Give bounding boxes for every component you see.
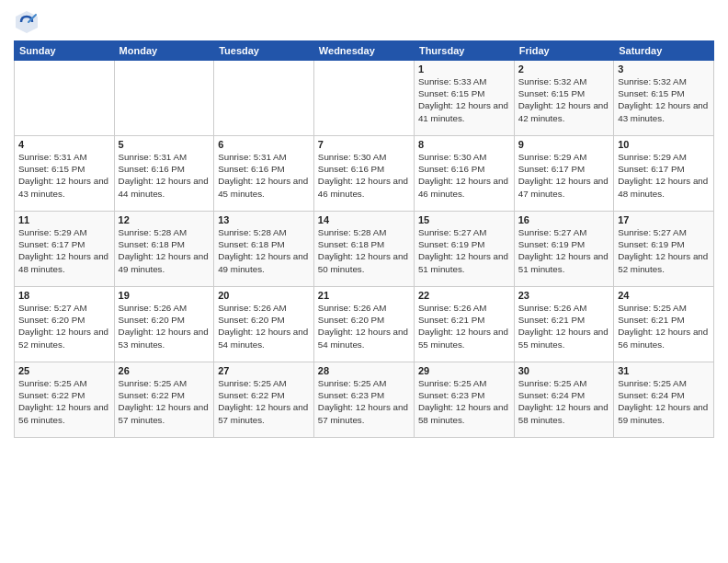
calendar-cell: 18Sunrise: 5:27 AMSunset: 6:20 PMDayligh… — [15, 287, 115, 362]
day-number: 19 — [119, 290, 210, 301]
day-number: 11 — [18, 214, 110, 225]
calendar-cell: 13Sunrise: 5:28 AMSunset: 6:18 PMDayligh… — [214, 212, 314, 287]
calendar-cell: 23Sunrise: 5:26 AMSunset: 6:21 PMDayligh… — [514, 287, 613, 362]
day-detail: Sunrise: 5:25 AMSunset: 6:23 PMDaylight:… — [418, 377, 510, 426]
day-number: 2 — [518, 63, 609, 75]
day-number: 16 — [518, 214, 609, 225]
day-detail: Sunrise: 5:30 AMSunset: 6:16 PMDaylight:… — [418, 151, 510, 200]
calendar-cell: 31Sunrise: 5:25 AMSunset: 6:24 PMDayligh… — [614, 362, 714, 438]
col-header-sunday: Sunday — [15, 41, 115, 61]
day-detail: Sunrise: 5:26 AMSunset: 6:21 PMDaylight:… — [518, 302, 609, 350]
day-detail: Sunrise: 5:25 AMSunset: 6:24 PMDaylight:… — [618, 377, 710, 426]
calendar-cell: 4Sunrise: 5:31 AMSunset: 6:15 PMDaylight… — [15, 136, 115, 212]
day-detail: Sunrise: 5:25 AMSunset: 6:24 PMDaylight:… — [518, 377, 609, 426]
day-number: 27 — [218, 365, 310, 376]
day-number: 4 — [18, 139, 110, 150]
day-detail: Sunrise: 5:26 AMSunset: 6:20 PMDaylight:… — [119, 302, 210, 350]
calendar-cell: 14Sunrise: 5:28 AMSunset: 6:18 PMDayligh… — [313, 212, 414, 287]
day-number: 25 — [18, 365, 110, 376]
col-header-thursday: Thursday — [414, 41, 514, 61]
day-detail: Sunrise: 5:25 AMSunset: 6:22 PMDaylight:… — [119, 377, 210, 426]
calendar-week-5: 25Sunrise: 5:25 AMSunset: 6:22 PMDayligh… — [15, 362, 714, 438]
calendar-cell: 25Sunrise: 5:25 AMSunset: 6:22 PMDayligh… — [15, 362, 115, 438]
day-detail: Sunrise: 5:28 AMSunset: 6:18 PMDaylight:… — [218, 226, 310, 275]
header — [14, 9, 714, 35]
calendar-cell: 29Sunrise: 5:25 AMSunset: 6:23 PMDayligh… — [414, 362, 514, 438]
day-number: 1 — [418, 63, 510, 75]
col-header-saturday: Saturday — [614, 41, 714, 61]
day-number: 29 — [418, 365, 510, 376]
logo-icon — [14, 9, 40, 35]
col-header-wednesday: Wednesday — [313, 41, 414, 61]
calendar-week-4: 18Sunrise: 5:27 AMSunset: 6:20 PMDayligh… — [15, 287, 714, 362]
day-detail: Sunrise: 5:27 AMSunset: 6:19 PMDaylight:… — [418, 226, 510, 275]
day-number: 17 — [618, 214, 710, 225]
day-number: 13 — [218, 214, 310, 225]
calendar-cell: 10Sunrise: 5:29 AMSunset: 6:17 PMDayligh… — [614, 136, 714, 212]
calendar-cell — [114, 61, 214, 136]
day-number: 14 — [318, 214, 410, 225]
day-number: 20 — [218, 290, 310, 301]
col-header-tuesday: Tuesday — [214, 41, 314, 61]
day-detail: Sunrise: 5:25 AMSunset: 6:23 PMDaylight:… — [318, 377, 410, 426]
day-number: 23 — [518, 290, 609, 301]
day-number: 3 — [618, 63, 710, 75]
calendar-header-row: SundayMondayTuesdayWednesdayThursdayFrid… — [15, 41, 714, 61]
calendar-cell: 30Sunrise: 5:25 AMSunset: 6:24 PMDayligh… — [514, 362, 613, 438]
day-detail: Sunrise: 5:27 AMSunset: 6:20 PMDaylight:… — [18, 302, 110, 350]
day-detail: Sunrise: 5:27 AMSunset: 6:19 PMDaylight:… — [618, 226, 710, 275]
day-detail: Sunrise: 5:32 AMSunset: 6:15 PMDaylight:… — [518, 75, 609, 124]
day-detail: Sunrise: 5:29 AMSunset: 6:17 PMDaylight:… — [618, 151, 710, 200]
svg-marker-0 — [16, 11, 38, 33]
day-number: 18 — [18, 290, 110, 301]
calendar-cell: 21Sunrise: 5:26 AMSunset: 6:20 PMDayligh… — [313, 287, 414, 362]
day-detail: Sunrise: 5:26 AMSunset: 6:20 PMDaylight:… — [318, 302, 410, 350]
calendar-cell: 20Sunrise: 5:26 AMSunset: 6:20 PMDayligh… — [214, 287, 314, 362]
day-number: 30 — [518, 365, 609, 376]
day-number: 10 — [618, 139, 710, 150]
day-detail: Sunrise: 5:28 AMSunset: 6:18 PMDaylight:… — [318, 226, 410, 275]
day-detail: Sunrise: 5:26 AMSunset: 6:20 PMDaylight:… — [218, 302, 310, 350]
day-detail: Sunrise: 5:33 AMSunset: 6:15 PMDaylight:… — [418, 75, 510, 124]
calendar-cell: 3Sunrise: 5:32 AMSunset: 6:15 PMDaylight… — [614, 61, 714, 136]
day-detail: Sunrise: 5:25 AMSunset: 6:21 PMDaylight:… — [618, 302, 710, 350]
calendar-week-2: 4Sunrise: 5:31 AMSunset: 6:15 PMDaylight… — [15, 136, 714, 212]
day-detail: Sunrise: 5:25 AMSunset: 6:22 PMDaylight:… — [18, 377, 110, 426]
calendar-cell — [313, 61, 414, 136]
day-number: 28 — [318, 365, 410, 376]
page: SundayMondayTuesdayWednesdayThursdayFrid… — [0, 0, 728, 563]
day-detail: Sunrise: 5:29 AMSunset: 6:17 PMDaylight:… — [18, 226, 110, 275]
day-number: 5 — [119, 139, 210, 150]
calendar-week-3: 11Sunrise: 5:29 AMSunset: 6:17 PMDayligh… — [15, 212, 714, 287]
calendar-cell: 11Sunrise: 5:29 AMSunset: 6:17 PMDayligh… — [15, 212, 115, 287]
calendar-cell: 28Sunrise: 5:25 AMSunset: 6:23 PMDayligh… — [313, 362, 414, 438]
calendar-cell: 22Sunrise: 5:26 AMSunset: 6:21 PMDayligh… — [414, 287, 514, 362]
calendar-cell: 26Sunrise: 5:25 AMSunset: 6:22 PMDayligh… — [114, 362, 214, 438]
day-detail: Sunrise: 5:29 AMSunset: 6:17 PMDaylight:… — [518, 151, 609, 200]
calendar-cell: 16Sunrise: 5:27 AMSunset: 6:19 PMDayligh… — [514, 212, 613, 287]
calendar-cell — [214, 61, 314, 136]
calendar-cell: 2Sunrise: 5:32 AMSunset: 6:15 PMDaylight… — [514, 61, 613, 136]
day-detail: Sunrise: 5:31 AMSunset: 6:16 PMDaylight:… — [119, 151, 210, 200]
day-number: 8 — [418, 139, 510, 150]
day-number: 6 — [218, 139, 310, 150]
day-detail: Sunrise: 5:25 AMSunset: 6:22 PMDaylight:… — [218, 377, 310, 426]
day-detail: Sunrise: 5:27 AMSunset: 6:19 PMDaylight:… — [518, 226, 609, 275]
calendar-week-1: 1Sunrise: 5:33 AMSunset: 6:15 PMDaylight… — [15, 61, 714, 136]
calendar-cell: 9Sunrise: 5:29 AMSunset: 6:17 PMDaylight… — [514, 136, 613, 212]
col-header-monday: Monday — [114, 41, 214, 61]
calendar-cell: 6Sunrise: 5:31 AMSunset: 6:16 PMDaylight… — [214, 136, 314, 212]
day-number: 9 — [518, 139, 609, 150]
calendar-cell: 15Sunrise: 5:27 AMSunset: 6:19 PMDayligh… — [414, 212, 514, 287]
calendar-table: SundayMondayTuesdayWednesdayThursdayFrid… — [14, 40, 714, 438]
day-number: 22 — [418, 290, 510, 301]
calendar-cell: 7Sunrise: 5:30 AMSunset: 6:16 PMDaylight… — [313, 136, 414, 212]
calendar-cell: 12Sunrise: 5:28 AMSunset: 6:18 PMDayligh… — [114, 212, 214, 287]
calendar-cell: 8Sunrise: 5:30 AMSunset: 6:16 PMDaylight… — [414, 136, 514, 212]
calendar-cell — [15, 61, 115, 136]
day-detail: Sunrise: 5:32 AMSunset: 6:15 PMDaylight:… — [618, 75, 710, 124]
calendar-cell: 24Sunrise: 5:25 AMSunset: 6:21 PMDayligh… — [614, 287, 714, 362]
col-header-friday: Friday — [514, 41, 613, 61]
day-detail: Sunrise: 5:26 AMSunset: 6:21 PMDaylight:… — [418, 302, 510, 350]
day-number: 31 — [618, 365, 710, 376]
